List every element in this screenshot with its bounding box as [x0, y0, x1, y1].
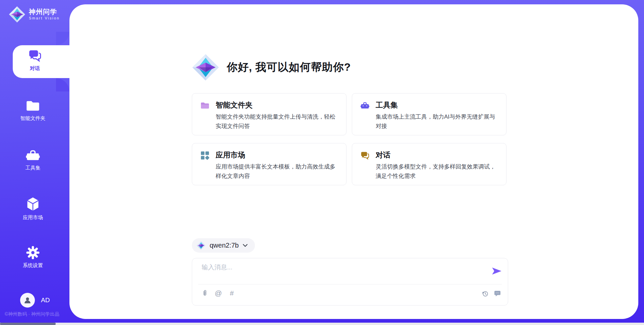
paperclip-icon[interactable] — [201, 289, 209, 297]
card-title: 工具集 — [376, 100, 398, 110]
history-icon[interactable] — [481, 290, 489, 297]
grid-icon — [200, 151, 210, 160]
feature-card-chat[interactable]: 对话 灵活切换多模型文件，支持多样回复效果调试，满足个性化需求 — [352, 143, 506, 185]
toolbox-icon — [360, 101, 370, 110]
horizontal-scrollbar[interactable] — [0, 323, 644, 325]
scrollbar-thumb[interactable] — [0, 323, 56, 325]
chat-bubble-icon[interactable] — [494, 290, 501, 297]
sidebar-item-label: 工具集 — [13, 165, 53, 171]
cube-icon — [25, 196, 40, 212]
message-composer: @ # — [192, 258, 508, 306]
sidebar-item-label: 系统设置 — [13, 262, 53, 269]
sidebar-item-tools[interactable]: 工具集 — [13, 149, 53, 171]
gear-icon — [26, 246, 40, 260]
feature-card-market[interactable]: 应用市场 应用市场提供丰富长文本模板，助力高效生成多样化文章内容 — [192, 143, 346, 185]
user-name: AD — [41, 297, 50, 304]
welcome-header: 你好, 我可以如何帮助你? — [192, 54, 351, 81]
gem-logo-icon — [192, 54, 219, 81]
sidebar-item-label: 对话 — [13, 65, 57, 72]
at-icon[interactable]: @ — [214, 289, 222, 297]
active-nav-fillet-top — [56, 32, 69, 45]
composer-divider — [198, 284, 502, 284]
card-title: 应用市场 — [216, 150, 245, 160]
sidebar-item-label: 智能文件夹 — [13, 115, 53, 122]
send-icon[interactable] — [492, 267, 502, 275]
sidebar-item-settings[interactable]: 系统设置 — [13, 246, 53, 269]
feature-card-folders[interactable]: 智能文件夹 智能文件夹功能支持批量文件上传与清洗，轻松实现文件问答 — [192, 93, 346, 135]
sidebar-item-label: 应用市场 — [13, 214, 53, 221]
folder-icon — [200, 101, 210, 110]
card-description: 智能文件夹功能支持批量文件上传与清洗，轻松实现文件问答 — [216, 112, 340, 131]
active-nav-fillet-bottom — [56, 78, 69, 91]
model-name: qwen2:7b — [210, 242, 239, 249]
folder-icon — [25, 99, 40, 113]
card-title: 对话 — [376, 150, 390, 160]
person-icon — [23, 296, 32, 305]
chat-icon — [28, 49, 42, 63]
card-description: 灵活切换多模型文件，支持多样回复效果调试，满足个性化需求 — [376, 162, 500, 181]
card-description: 集成市场上主流工具，助力AI与外界无缝扩展与对接 — [376, 112, 500, 131]
chevron-down-icon — [243, 244, 248, 247]
brand-subtitle: Smart Vision — [29, 16, 60, 20]
avatar[interactable] — [20, 293, 35, 308]
feature-card-tools[interactable]: 工具集 集成市场上主流工具，助力AI与外界无缝扩展与对接 — [352, 93, 506, 135]
toolbox-icon — [25, 149, 41, 162]
hash-icon[interactable]: # — [228, 289, 236, 297]
brand-name: 神州问学 — [29, 8, 60, 15]
card-description: 应用市场提供丰富长文本模板，助力高效生成多样化文章内容 — [216, 162, 340, 181]
message-input[interactable] — [201, 262, 484, 284]
model-selector[interactable]: qwen2:7b — [192, 238, 255, 253]
gem-icon — [197, 241, 206, 250]
app-window: 神州问学 Smart Vision 对话 智能文件夹 工具集 — [0, 0, 644, 325]
user-account[interactable]: AD — [20, 293, 50, 308]
chat-icon — [360, 151, 370, 160]
sidebar-item-folders[interactable]: 智能文件夹 — [13, 99, 53, 122]
copyright-text: ©神州数码 · 神州问学出品 — [5, 311, 59, 317]
gem-logo-icon — [9, 6, 25, 23]
brand-logo: 神州问学 Smart Vision — [9, 6, 60, 23]
card-title: 智能文件夹 — [216, 100, 253, 110]
greeting-title: 你好, 我可以如何帮助你? — [227, 60, 351, 75]
sidebar-item-chat[interactable]: 对话 — [13, 49, 57, 72]
sidebar-item-market[interactable]: 应用市场 — [13, 196, 53, 221]
